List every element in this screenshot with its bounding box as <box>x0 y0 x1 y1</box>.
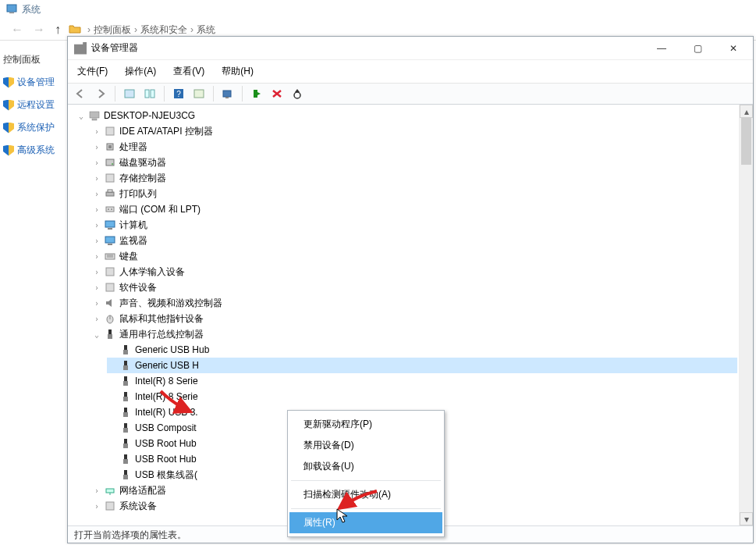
svg-rect-51 <box>123 443 128 448</box>
scroll-up-button[interactable]: ▴ <box>740 105 753 118</box>
folder-icon <box>69 23 81 37</box>
expander-icon[interactable]: › <box>91 502 102 511</box>
close-button[interactable]: ✕ <box>715 37 751 60</box>
left-item-advanced[interactable]: 高级系统 <box>2 139 66 162</box>
tree-item-label: 处理器 <box>119 141 147 154</box>
toolbar-help-button[interactable]: ? <box>169 85 188 102</box>
tree-item-label: 通用串行总线控制器 <box>119 328 204 341</box>
tree-item-label: Intel(R) USB 3. <box>135 407 198 418</box>
expander-icon[interactable]: › <box>91 205 102 214</box>
expander-icon[interactable]: ⌄ <box>76 112 87 120</box>
ctx-update-driver[interactable]: 更新驱动程序(P) <box>289 414 442 435</box>
tree-category[interactable]: ›人体学输入设备 <box>91 264 737 280</box>
tree-category[interactable]: ›处理器 <box>91 139 737 155</box>
left-item-remote[interactable]: 远程设置 <box>2 94 66 116</box>
ctx-scan-hardware[interactable]: 扫描检测硬件改动(A) <box>289 484 442 505</box>
svg-rect-32 <box>106 268 114 276</box>
svg-rect-3 <box>145 90 149 98</box>
expander-icon[interactable]: › <box>91 237 102 245</box>
tree-category-usb[interactable]: ⌄通用串行总线控制器 <box>91 326 737 342</box>
vertical-scrollbar[interactable]: ▴ ▾ <box>740 105 753 525</box>
expander-icon[interactable]: › <box>91 299 102 308</box>
tree-category[interactable]: ›存储控制器 <box>91 170 737 186</box>
left-item-protection[interactable]: 系统保护 <box>2 116 66 139</box>
breadcrumb-item[interactable]: 控制面板 <box>94 23 131 37</box>
nav-back-icon[interactable]: ← <box>11 23 23 37</box>
expander-icon[interactable]: ⌄ <box>91 330 102 339</box>
toolbar-uninstall-button[interactable] <box>268 85 286 102</box>
breadcrumb-item[interactable]: 系统和安全 <box>140 23 187 37</box>
expander-icon[interactable]: › <box>91 159 102 167</box>
tree-device-usb[interactable]: Intel(R) 8 Serie <box>107 389 737 404</box>
expander-icon[interactable]: › <box>91 221 102 230</box>
titlebar[interactable]: 设备管理器 — ▢ ✕ <box>68 37 753 60</box>
tree-item-label: 软件设备 <box>119 281 157 294</box>
tree-root[interactable]: ⌄ DESKTOP-NJEU3CG <box>76 108 737 123</box>
usb-icon <box>119 359 132 372</box>
left-item-control-panel[interactable]: 控制面板 <box>2 48 66 71</box>
ctx-disable-device[interactable]: 禁用设备(D) <box>289 435 442 456</box>
tree-device-usb[interactable]: Generic USB H <box>107 358 737 373</box>
expander-icon[interactable]: › <box>91 268 102 276</box>
toolbar-update-button[interactable] <box>288 85 307 102</box>
left-item-device-manager[interactable]: 设备管理 <box>2 71 66 94</box>
breadcrumb-item[interactable]: 系统 <box>197 23 215 37</box>
left-item-label: 系统保护 <box>17 121 55 134</box>
tree-device-usb[interactable]: Intel(R) 8 Serie <box>107 373 737 389</box>
nav-forward-icon[interactable]: → <box>33 23 45 37</box>
soft-icon <box>104 281 116 294</box>
statusbar-text: 打开当前选择项的属性表。 <box>74 529 186 540</box>
expander-icon[interactable]: › <box>91 252 102 261</box>
svg-rect-42 <box>124 376 127 381</box>
scroll-thumb[interactable] <box>741 118 751 165</box>
disk-icon <box>104 156 116 169</box>
tree-category[interactable]: ›磁盘驱动器 <box>91 155 737 170</box>
menu-file[interactable]: 文件(F) <box>76 63 109 80</box>
expander-icon[interactable]: › <box>91 143 102 151</box>
toolbar-scan-button[interactable] <box>218 85 237 102</box>
toolbar-view-button[interactable] <box>140 85 159 102</box>
usb-icon <box>119 422 132 434</box>
shield-icon <box>3 145 14 156</box>
tree-category[interactable]: ›计算机 <box>91 217 737 233</box>
toolbar-show-hidden-button[interactable] <box>120 85 139 102</box>
tree-item-label: 磁盘驱动器 <box>119 156 166 169</box>
nav-up-icon[interactable]: ↑ <box>55 23 61 37</box>
scroll-down-button[interactable]: ▾ <box>740 512 753 525</box>
toolbar-back-button[interactable] <box>71 85 90 102</box>
expander-icon[interactable]: › <box>91 190 102 198</box>
audio-icon <box>104 297 116 309</box>
scroll-track[interactable] <box>740 118 753 512</box>
left-item-label: 控制面板 <box>3 53 41 66</box>
menu-action[interactable]: 操作(A) <box>123 63 158 80</box>
svg-rect-54 <box>124 470 127 475</box>
expander-icon[interactable]: › <box>91 486 102 495</box>
toolbar-properties-button[interactable] <box>190 85 208 102</box>
toolbar-enable-button[interactable] <box>247 85 266 102</box>
keyboard-icon <box>104 250 116 262</box>
maximize-button[interactable]: ▢ <box>680 37 715 60</box>
expander-icon[interactable]: › <box>91 283 102 292</box>
ctx-uninstall-device[interactable]: 卸载设备(U) <box>289 456 442 477</box>
ctx-properties[interactable]: 属性(R) <box>289 512 442 533</box>
tree-category[interactable]: ›软件设备 <box>91 280 737 295</box>
minimize-button[interactable]: — <box>644 37 680 60</box>
tree-device-usb[interactable]: Generic USB Hub <box>107 342 737 358</box>
tree-item-label: 鼠标和其他指针设备 <box>119 312 204 326</box>
expander-icon[interactable]: › <box>91 174 102 183</box>
tree-category[interactable]: ›鼠标和其他指针设备 <box>91 311 737 326</box>
toolbar-forward-button[interactable] <box>91 85 110 102</box>
tree-category[interactable]: ›键盘 <box>91 248 737 264</box>
expander-icon[interactable]: › <box>91 127 102 136</box>
tree-category[interactable]: ›监视器 <box>91 233 737 248</box>
tree-category[interactable]: ›打印队列 <box>91 186 737 201</box>
expander-icon[interactable]: › <box>91 315 102 323</box>
svg-rect-27 <box>105 237 115 243</box>
tree-category[interactable]: ›端口 (COM 和 LPT) <box>91 201 737 217</box>
usb-icon <box>119 390 132 403</box>
menu-view[interactable]: 查看(V) <box>172 63 206 80</box>
menu-help[interactable]: 帮助(H) <box>220 63 255 80</box>
tree-category[interactable]: ›声音、视频和游戏控制器 <box>91 295 737 311</box>
tree-category[interactable]: ›IDE ATA/ATAPI 控制器 <box>91 123 737 139</box>
tree-item-label: 监视器 <box>119 234 147 248</box>
